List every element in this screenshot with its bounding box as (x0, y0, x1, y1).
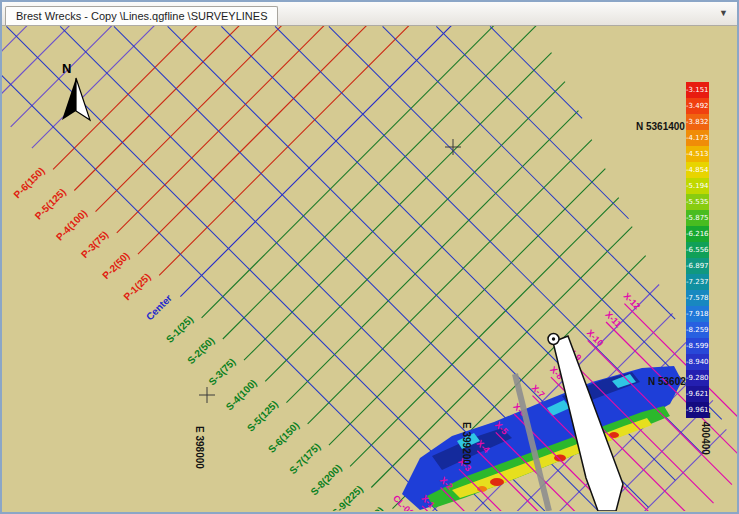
line-label-P-5(125): P-5(125) (33, 186, 68, 221)
tie-line[interactable] (490, 26, 582, 118)
north-arrow-icon (76, 78, 90, 120)
line-label-S-9(225): S-9(225) (330, 483, 365, 511)
map-canvas[interactable]: P-6(150)P-5(125)P-4(100)P-3(75)P-2(50)P-… (2, 26, 737, 512)
color-scale-entry: -8.940 (686, 354, 709, 370)
cross-line-label-X-10: X-10 (585, 328, 606, 349)
color-scale-entry: -5.194 (686, 178, 709, 194)
line-label-P-1(25): P-1(25) (121, 271, 152, 302)
sonar-patch-red (490, 478, 504, 486)
survey-plot-svg: P-6(150)P-5(125)P-4(100)P-3(75)P-2(50)P-… (2, 26, 737, 511)
color-scale-entry: -7.918 (686, 306, 709, 322)
line-label-P-2(50): P-2(50) (100, 250, 131, 281)
color-scale-entry: -6.556 (686, 242, 709, 258)
color-scale-entry: -8.259 (686, 322, 709, 338)
planned-lines-group: P-6(150)P-5(125)P-4(100)P-3(75)P-2(50)P-… (2, 26, 737, 511)
line-label-P-3(75): P-3(75) (79, 229, 110, 260)
line-label-S-3(75): S-3(75) (206, 356, 237, 387)
color-scale-entry: -9.961 (686, 402, 709, 418)
cross-line-label-X-11: X-11 (603, 309, 623, 329)
survey-line-S-4(100)[interactable] (265, 82, 565, 382)
tab-label: Brest Wrecks - Copy \Lines.qgfline \SURV… (16, 10, 267, 22)
grid-label-easting-1: E 398000 (194, 426, 205, 469)
color-scale-entry: -4.173 (686, 130, 709, 146)
color-scale-entry: -5.875 (686, 210, 709, 226)
tab-bar: Brest Wrecks - Copy \Lines.qgfline \SURV… (2, 2, 737, 26)
grid-label-easting-2: E 399200 (461, 422, 472, 465)
survey-line[interactable] (11, 26, 327, 127)
chevron-down-icon[interactable]: ▼ (719, 8, 728, 18)
survey-line-P-5(125)[interactable] (74, 26, 390, 191)
survey-line-P-2(50)[interactable] (138, 26, 454, 254)
survey-line-P-1(25)[interactable] (159, 26, 475, 275)
color-scale-entry: -8.599 (686, 338, 709, 354)
cross-line-X-1[interactable] (422, 506, 566, 511)
survey-line-S-1(25)[interactable] (202, 26, 518, 318)
app-window: Brest Wrecks - Copy \Lines.qgfline \SURV… (0, 0, 739, 514)
color-scale-entry: -4.854 (686, 162, 709, 178)
color-scale-entry: -7.237 (686, 274, 709, 290)
cross-line-label-X-7: X-7 (530, 383, 547, 400)
color-scale-entry: -9.280 (686, 370, 709, 386)
line-label-S-5(125): S-5(125) (245, 398, 280, 433)
line-label-S-10(250): S-10(250) (347, 504, 386, 511)
grid-label-easting-3: E 400400 (700, 412, 711, 455)
color-scale-entry: -6.897 (686, 258, 709, 274)
color-scale-entry: -6.216 (686, 226, 709, 242)
survey-line-P-4(100)[interactable] (96, 26, 412, 212)
line-label-Center: Center (144, 292, 174, 322)
line-label-S-6(150): S-6(150) (266, 420, 301, 455)
line-label-S-2(50): S-2(50) (185, 335, 216, 366)
color-scale[interactable]: -3.151-3.492-3.832-4.173-4.513-4.854-5.1… (686, 82, 709, 418)
grid-label-northing-1: N 5361400 (636, 121, 685, 132)
vessel-ref-dot (552, 337, 555, 340)
survey-line-S-5(125)[interactable] (286, 111, 578, 403)
survey-line-S-6(150)[interactable] (308, 140, 592, 424)
color-scale-entry: -9.621 (686, 386, 709, 402)
color-scale-entry: -4.513 (686, 146, 709, 162)
line-label-S-8(200): S-8(200) (308, 462, 343, 497)
line-label-S-4(100): S-4(100) (224, 377, 259, 412)
survey-line-Center[interactable] (180, 26, 496, 297)
color-scale-entry: -3.492 (686, 98, 709, 114)
color-scale-entry: -3.832 (686, 114, 709, 130)
color-scale-entry: -5.535 (686, 194, 709, 210)
color-scale-entry: -7.578 (686, 290, 709, 306)
color-scale-entry: -3.151 (686, 82, 709, 98)
tie-line[interactable] (383, 26, 676, 319)
north-label: N (62, 61, 71, 76)
tab-surveylines[interactable]: Brest Wrecks - Copy \Lines.qgfline \SURV… (5, 6, 278, 25)
survey-line-S-3(75)[interactable] (244, 53, 552, 361)
line-label-P-4(100): P-4(100) (54, 207, 89, 242)
line-label-S-1(25): S-1(25) (164, 314, 195, 345)
line-label-S-7(175): S-7(175) (287, 441, 322, 476)
tie-line[interactable] (329, 26, 722, 419)
grid-cross (199, 139, 461, 403)
cross-line-label-X-12: X-12 (622, 291, 643, 312)
tie-line[interactable] (436, 26, 628, 218)
survey-line-P-6(150)[interactable] (53, 26, 369, 169)
line-label-P-6(150): P-6(150) (11, 165, 46, 200)
